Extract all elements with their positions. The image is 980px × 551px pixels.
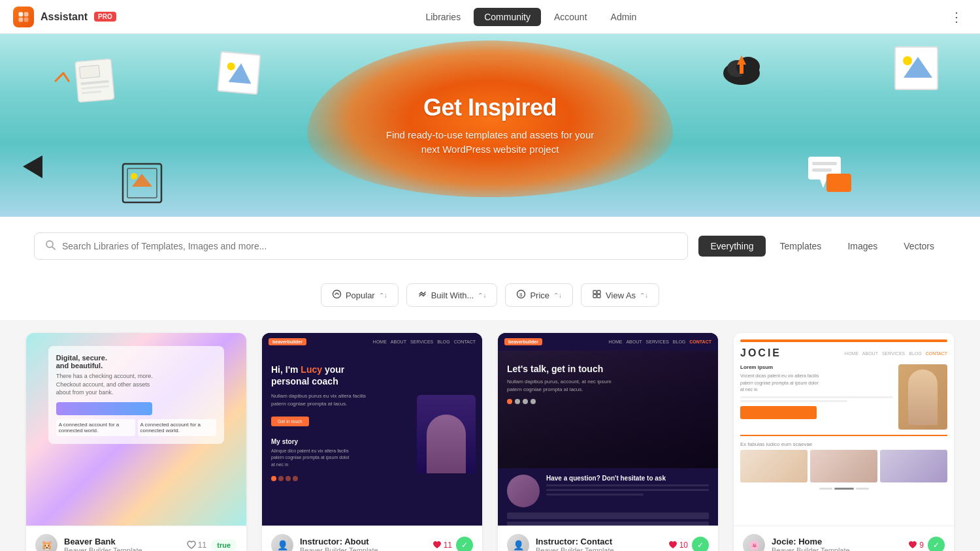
thumb-1-card-left: A connected account for a connected worl…: [56, 419, 135, 436]
hero-title: Get Inspired: [423, 94, 557, 121]
filter-everything[interactable]: Everything: [698, 236, 765, 257]
search-input[interactable]: [62, 241, 677, 251]
svg-text:$: $: [519, 292, 523, 298]
card-thumb-2: beaverbuilder HOMEABOUTSERVICESBLOGCONTA…: [262, 333, 482, 526]
card-meta-2: 👤 Instructor: About Beaver Builder Templ…: [262, 526, 482, 551]
logo-icon: [13, 7, 34, 27]
like-count-2: 11: [444, 541, 452, 550]
card-info-3: Instructor: Contact Beaver Builder Templ…: [536, 537, 662, 552]
card-meta-3: 👤 Instructor: Contact Beaver Builder Tem…: [498, 526, 718, 551]
thumb-1-content: Digital, secure.and beautiful. There has…: [48, 346, 225, 444]
card-like-1[interactable]: 11: [187, 541, 206, 550]
filter-vectors[interactable]: Vectors: [892, 236, 946, 257]
nav-account[interactable]: Account: [544, 8, 598, 26]
price-filter[interactable]: $ Price ⌃↓: [505, 283, 573, 307]
view-as-icon: [592, 289, 602, 301]
card-check-4[interactable]: ✓: [928, 537, 945, 551]
card-meta-1: 🐹 Beaver Bank Beaver Builder Template 11…: [26, 526, 246, 551]
svg-point-34: [333, 291, 340, 298]
like-count-4: 9: [919, 541, 924, 550]
navbar: Assistant PRO Libraries Community Accoun…: [0, 0, 980, 34]
filter-images[interactable]: Images: [836, 236, 889, 257]
svg-marker-28: [820, 180, 826, 188]
popular-filter[interactable]: Popular ⌃↓: [321, 283, 399, 307]
price-icon: $: [516, 289, 526, 301]
card-actions-2: 11 ✓: [433, 537, 473, 551]
more-options-icon[interactable]: ⋮: [946, 5, 967, 29]
card-jocie-home[interactable]: JOCIE HOME ABOUT SERVICES BLOG CONTACT L…: [734, 333, 954, 551]
search-box[interactable]: [34, 232, 688, 260]
built-with-label: Built With...: [431, 291, 474, 300]
nav-libraries[interactable]: Libraries: [415, 8, 471, 26]
cloud-upload-icon: [719, 44, 771, 95]
svg-marker-12: [23, 155, 42, 178]
thumb-3-inner: beaverbuilder HOME ABOUT SERVICES BLOG C…: [498, 333, 718, 526]
logo-text: Assistant: [41, 11, 88, 23]
card-title-3: Instructor: Contact: [536, 537, 662, 546]
built-with-filter[interactable]: Built With... ⌃↓: [406, 283, 498, 307]
svg-rect-5: [79, 65, 99, 79]
popular-icon: [332, 289, 342, 301]
card-subtitle-3: Beaver Builder Template: [536, 546, 662, 552]
thumb-4-portrait: [898, 364, 947, 430]
avatar-1: 🐹: [35, 534, 57, 551]
svg-rect-37: [593, 291, 596, 294]
hero-subtitle: Find ready-to-use templates and assets f…: [386, 128, 595, 157]
price-chevron: ⌃↓: [553, 292, 562, 299]
view-as-label: View As: [606, 291, 636, 300]
nav-community[interactable]: Community: [474, 8, 541, 26]
card-thumb-3: beaverbuilder HOME ABOUT SERVICES BLOG C…: [498, 333, 718, 526]
photo1-icon: [213, 48, 267, 110]
like-count-1: 11: [198, 541, 206, 550]
card-like-3[interactable]: 10: [668, 541, 688, 550]
card-like-4[interactable]: 9: [908, 541, 924, 550]
svg-rect-21: [740, 65, 743, 74]
card-instructor-about[interactable]: beaverbuilder HOMEABOUTSERVICESBLOGCONTA…: [262, 333, 482, 551]
svg-rect-2: [19, 17, 24, 22]
thumb-2-nav: HOMEABOUTSERVICESBLOGCONTACT: [373, 339, 476, 344]
thumb-4-inner: JOCIE HOME ABOUT SERVICES BLOG CONTACT L…: [734, 333, 954, 526]
arrow-icon: [20, 152, 46, 184]
card-free-badge: true: [210, 539, 237, 551]
filter-tabs: Everything Templates Images Vectors: [698, 236, 946, 257]
card-info-1: Beaver Bank Beaver Builder Template: [64, 537, 180, 552]
svg-line-30: [56, 73, 63, 81]
thumb-3-header: beaverbuilder HOME ABOUT SERVICES BLOG C…: [498, 333, 718, 351]
thumb-3-hero-area: Let's talk, get in touch Nullam dapibus …: [498, 351, 718, 468]
card-subtitle-4: Beaver Builder Template: [772, 546, 902, 552]
card-instructor-contact[interactable]: beaverbuilder HOME ABOUT SERVICES BLOG C…: [498, 333, 718, 551]
newspaper-icon: [69, 52, 127, 119]
card-check-2[interactable]: ✓: [456, 537, 473, 551]
filter-templates[interactable]: Templates: [768, 236, 834, 257]
avatar-2: 👤: [271, 534, 293, 551]
thumb-4-main: Lorem ipsum Vocent dicas patent eu vix a…: [740, 364, 947, 430]
search-icon: [45, 240, 56, 253]
nav-links: Libraries Community Account Admin: [415, 8, 647, 26]
thumb-2-header: beaverbuilder HOMEABOUTSERVICESBLOGCONTA…: [262, 333, 482, 351]
like-count-3: 10: [679, 541, 688, 550]
thumb-3-form: Have a question? Don't hesitate to ask G…: [498, 468, 718, 526]
view-as-chevron: ⌃↓: [640, 292, 648, 299]
built-with-chevron: ⌃↓: [478, 292, 486, 299]
thumb-2-portrait-area: [262, 388, 482, 473]
popular-label: Popular: [346, 291, 375, 300]
built-with-icon: [417, 289, 427, 301]
thumb-4-gallery: [740, 450, 947, 482]
thumb-2-dots: [262, 473, 482, 486]
card-info-2: Instructor: About Beaver Builder Templat…: [300, 537, 426, 552]
cards-section: Digital, secure.and beautiful. There has…: [0, 320, 980, 551]
nav-admin[interactable]: Admin: [600, 8, 647, 26]
svg-rect-29: [826, 174, 851, 192]
card-check-3[interactable]: ✓: [692, 537, 709, 551]
svg-rect-1: [24, 12, 29, 16]
thumb-1-headline: Digital, secure.and beautiful.: [56, 354, 217, 370]
card-beaver-bank[interactable]: Digital, secure.and beautiful. There has…: [26, 333, 246, 551]
thumb-2-title: Hi, I'm Lucy yourpersonal coach: [271, 364, 473, 387]
view-as-filter[interactable]: View As ⌃↓: [581, 283, 659, 307]
pro-badge: PRO: [94, 12, 116, 22]
navbar-left: Assistant PRO: [13, 7, 116, 27]
svg-rect-3: [24, 17, 29, 22]
card-like-2[interactable]: 11: [433, 541, 452, 550]
sparks-icon: [52, 70, 75, 95]
thumb-4-text: Lorem ipsum Vocent dicas patent eu vix a…: [740, 364, 893, 430]
